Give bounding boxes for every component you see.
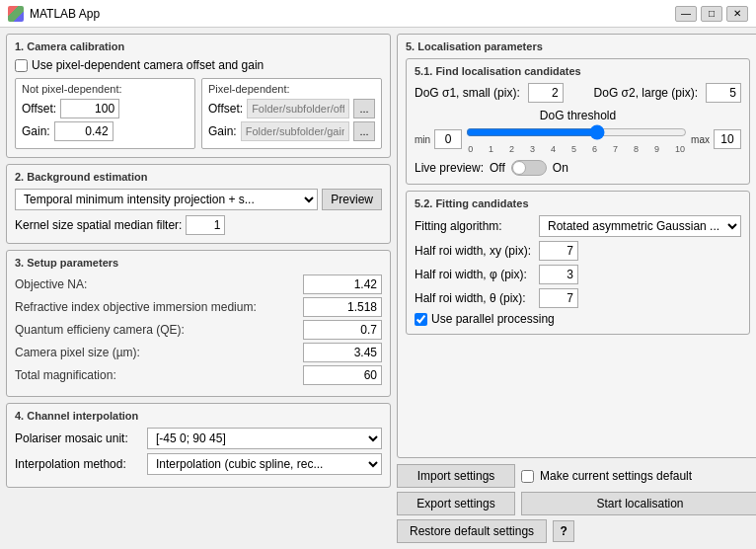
pd-offset-browse-button[interactable]: ... xyxy=(353,99,375,118)
cam-grid: Not pixel-dependent: Offset: Gain: Pixel… xyxy=(15,78,382,149)
ch-label-1: Interpolation method: xyxy=(15,457,143,471)
setup-parameters-title: 3. Setup parameters xyxy=(15,257,382,269)
ch-row-0: Polariser mosaic unit: [-45 0; 90 45] xyxy=(15,428,382,449)
make-default-checkbox[interactable] xyxy=(521,470,534,483)
slider-wrap: min 012 345 678 910 max xyxy=(415,124,741,154)
parallel-checkbox[interactable] xyxy=(415,313,427,326)
half-roi-phi-input[interactable] xyxy=(539,265,578,284)
background-estimation-title: 2. Background estimation xyxy=(15,171,382,183)
dog-sigma2-input[interactable] xyxy=(706,83,741,103)
fitting-candidates-title: 5.2. Fitting candidates xyxy=(415,197,741,209)
setup-label-1: Refractive index objective immersion med… xyxy=(15,300,303,314)
algorithm-row: Fitting algorithm: Rotated asymmetric Ga… xyxy=(415,215,741,237)
setup-input-4[interactable] xyxy=(303,365,382,385)
start-localisation-button[interactable]: Start localisation xyxy=(521,492,756,515)
pixel-dep-label: Pixel-dependent: xyxy=(208,83,375,95)
btn-row-2: Export settings Start localisation xyxy=(397,492,756,515)
minimize-button[interactable]: — xyxy=(675,6,697,22)
window-title: MATLAB App xyxy=(30,7,675,21)
localisation-title: 5. Localisation parameters xyxy=(406,40,750,52)
parallel-row: Use parallel processing xyxy=(415,312,741,326)
bg-select-row: Temporal minimum intensity projection + … xyxy=(15,189,382,210)
title-bar: MATLAB App — □ ✕ xyxy=(0,0,756,28)
fitting-algorithm-select[interactable]: Rotated asymmetric Gaussian ... xyxy=(539,215,741,237)
gain-input[interactable] xyxy=(54,121,113,141)
slider-min-input[interactable] xyxy=(434,129,462,149)
slider-ticks: 012 345 678 910 xyxy=(466,144,687,154)
setup-input-0[interactable] xyxy=(303,274,382,294)
half-roi-phi-row: Half roi width, φ (pix): xyxy=(415,265,741,284)
import-settings-button[interactable]: Import settings xyxy=(397,464,515,488)
right-panel: 5. Localisation parameters 5.1. Find loc… xyxy=(397,34,756,543)
dog-threshold-label: DoG threshold xyxy=(415,109,741,122)
bg-method-select[interactable]: Temporal minimum intensity projection + … xyxy=(15,189,318,210)
gain-row: Gain: xyxy=(22,121,189,141)
live-preview-label: Live preview: xyxy=(415,161,484,175)
channel-interpolation-title: 4. Channel interpolation xyxy=(15,410,382,422)
pd-offset-label: Offset: xyxy=(208,102,243,116)
live-preview-row: Live preview: Off On xyxy=(415,160,741,176)
maximize-button[interactable]: □ xyxy=(701,6,722,22)
half-roi-theta-label: Half roi width, θ (pix): xyxy=(415,291,533,305)
dog-sigma2-label: DoG σ2, large (pix): xyxy=(594,86,698,100)
pd-gain-browse-button[interactable]: ... xyxy=(353,121,375,141)
fitting-candidates-section: 5.2. Fitting candidates Fitting algorith… xyxy=(406,191,750,335)
localisation-parameters-section: 5. Localisation parameters 5.1. Find loc… xyxy=(397,34,756,458)
setup-row-4: Total magnification: xyxy=(15,365,382,385)
pixel-dependent-checkbox[interactable] xyxy=(15,59,28,72)
export-settings-button[interactable]: Export settings xyxy=(397,492,515,515)
camera-calibration-title: 1. Camera calibration xyxy=(15,40,382,52)
pixel-dependent-label: Use pixel-dependent camera offset and ga… xyxy=(32,58,264,72)
pixel-dependent-box: Pixel-dependent: Offset: ... Gain: ... xyxy=(201,78,382,149)
setup-label-4: Total magnification: xyxy=(15,368,303,382)
setup-row-2: Quantum efficieny camera (QE): xyxy=(15,320,382,340)
half-roi-xy-label: Half roi width, xy (pix): xyxy=(415,244,533,258)
on-label: On xyxy=(553,161,568,175)
window-controls: — □ ✕ xyxy=(675,6,748,22)
pd-gain-label: Gain: xyxy=(208,124,237,138)
dog-threshold-container: DoG threshold min 012 345 678 910 xyxy=(415,109,741,154)
polariser-select[interactable]: [-45 0; 90 45] xyxy=(147,428,382,449)
pd-offset-input[interactable] xyxy=(247,99,349,118)
half-roi-theta-input[interactable] xyxy=(539,288,578,308)
close-button[interactable]: ✕ xyxy=(726,6,748,22)
btn-row-3: Restore default settings ? xyxy=(397,519,756,543)
dog-threshold-slider[interactable] xyxy=(466,124,687,140)
preview-button[interactable]: Preview xyxy=(322,189,382,210)
btn-row-1: Import settings Make current settings de… xyxy=(397,464,756,488)
interpolation-select[interactable]: Interpolation (cubic spline, rec... xyxy=(147,453,382,475)
find-candidates-title: 5.1. Find localisation candidates xyxy=(415,65,741,77)
camera-calibration-section: 1. Camera calibration Use pixel-dependen… xyxy=(6,34,391,158)
gain-label: Gain: xyxy=(22,124,50,138)
parallel-label: Use parallel processing xyxy=(431,312,555,326)
off-label: Off xyxy=(490,161,505,175)
setup-input-2[interactable] xyxy=(303,320,382,340)
setup-input-1[interactable] xyxy=(303,297,382,317)
app-icon xyxy=(8,6,24,22)
offset-label: Offset: xyxy=(22,102,56,116)
channel-interpolation-section: 4. Channel interpolation Polariser mosai… xyxy=(6,403,391,488)
pd-gain-input[interactable] xyxy=(241,121,349,141)
live-preview-toggle[interactable] xyxy=(511,160,547,176)
kernel-input[interactable] xyxy=(186,215,225,235)
slider-track-area: 012 345 678 910 xyxy=(466,124,687,154)
half-roi-theta-row: Half roi width, θ (pix): xyxy=(415,288,741,308)
offset-input[interactable] xyxy=(60,99,119,118)
ch-row-1: Interpolation method: Interpolation (cub… xyxy=(15,453,382,475)
setup-label-3: Camera pixel size (µm): xyxy=(15,346,303,359)
setup-row-3: Camera pixel size (µm): xyxy=(15,343,382,362)
help-button[interactable]: ? xyxy=(553,520,574,542)
find-candidates-section: 5.1. Find localisation candidates DoG σ1… xyxy=(406,58,750,185)
slider-max-input[interactable] xyxy=(714,129,741,149)
offset-row: Offset: xyxy=(22,99,189,118)
left-panel: 1. Camera calibration Use pixel-dependen… xyxy=(6,34,391,543)
half-roi-xy-input[interactable] xyxy=(539,241,578,261)
half-roi-xy-row: Half roi width, xy (pix): xyxy=(415,241,741,261)
dog-row: DoG σ1, small (pix): DoG σ2, large (pix)… xyxy=(415,83,741,103)
kernel-label: Kernel size spatial median filter: xyxy=(15,218,182,232)
not-pixel-dep-label: Not pixel-dependent: xyxy=(22,83,189,95)
setup-input-3[interactable] xyxy=(303,343,382,362)
restore-defaults-button[interactable]: Restore default settings xyxy=(397,519,547,543)
dog-sigma1-input[interactable] xyxy=(528,83,564,103)
setup-parameters-section: 3. Setup parameters Objective NA: Refrac… xyxy=(6,250,391,397)
